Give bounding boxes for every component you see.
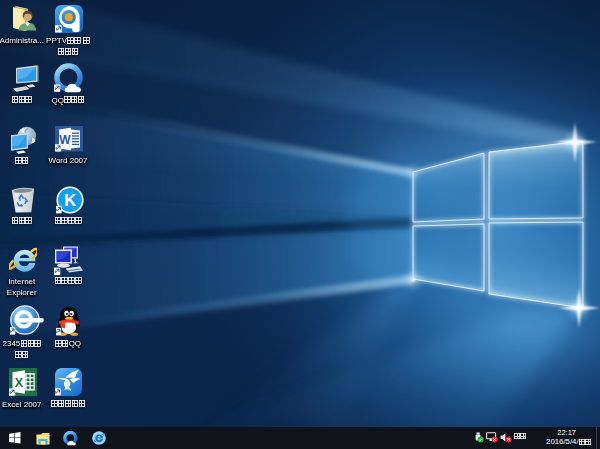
svg-text:X: X [15,376,24,390]
svg-text:W: W [59,133,71,147]
svg-text:K: K [64,191,76,209]
